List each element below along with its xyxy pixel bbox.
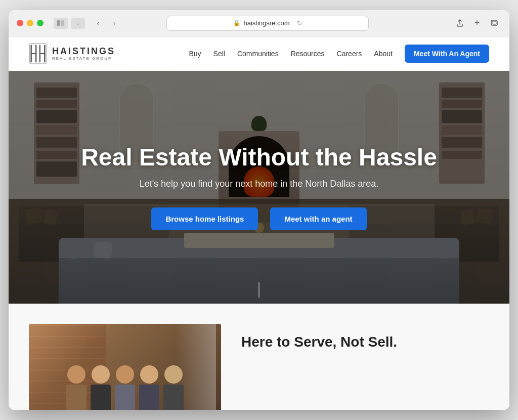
person-2-body [91, 385, 111, 410]
hero-subtitle: Let's help you find your next home in th… [140, 179, 379, 189]
minimize-button[interactable] [27, 20, 33, 26]
toolbar-actions: + [453, 16, 501, 30]
person-3-head [116, 365, 134, 384]
nav-links: Buy Sell Communities Resources Careers A… [189, 45, 489, 63]
nav-careers[interactable]: Careers [337, 50, 362, 58]
back-button[interactable]: ‹ [91, 16, 105, 30]
browser-window: ⌄ ‹ › 🔒 haistingsre.com ↻ + [9, 10, 509, 410]
person-1 [66, 365, 87, 410]
nav-cta-button[interactable]: Meet With An Agent [405, 45, 489, 63]
close-button[interactable] [17, 20, 23, 26]
person-2 [91, 365, 111, 410]
svg-rect-2 [61, 22, 64, 24]
nav-buy[interactable]: Buy [189, 50, 201, 58]
sidebar-icon[interactable] [54, 18, 68, 29]
svg-rect-3 [61, 24, 64, 26]
lock-icon: 🔒 [233, 20, 240, 26]
share-button[interactable] [453, 16, 467, 30]
sidebar-toggle-area: ⌄ [54, 18, 85, 29]
hero-buttons: Browse home listings Meet with an agent [151, 207, 366, 230]
below-hero-section: Here to Serve, Not Sell. [9, 304, 509, 410]
person-2-head [92, 365, 110, 384]
new-tab-button[interactable]: + [470, 16, 484, 30]
nav-about[interactable]: About [374, 50, 393, 58]
svg-rect-1 [61, 20, 64, 22]
hero-section: Real Estate Without the Hassle Let's hel… [9, 71, 509, 304]
logo-text: HAISTINGS REAL ESTATE GROUP [52, 47, 115, 61]
person-1-head [67, 365, 85, 384]
team-photo [29, 324, 221, 410]
person-3 [115, 365, 135, 410]
site-nav: HAISTINGS REAL ESTATE GROUP Buy Sell Com… [9, 36, 509, 71]
person-3-body [115, 385, 135, 410]
scroll-indicator [258, 282, 260, 298]
brand-sub: REAL ESTATE GROUP [52, 56, 115, 61]
reload-icon[interactable]: ↻ [297, 20, 302, 27]
person-4-head [140, 365, 158, 384]
person-5 [163, 365, 184, 410]
nav-back-forward: ‹ › [91, 16, 121, 30]
serve-text-area: Here to Serve, Not Sell. [241, 324, 489, 360]
person-1-body [66, 385, 87, 410]
logo-icon [29, 43, 47, 64]
hero-title: Real Estate Without the Hassle [81, 144, 437, 171]
forward-button[interactable]: › [107, 16, 121, 30]
logo[interactable]: HAISTINGS REAL ESTATE GROUP [29, 43, 115, 64]
svg-rect-5 [492, 21, 496, 24]
tabs-button[interactable] [487, 16, 501, 30]
address-bar[interactable]: 🔒 haistingsre.com ↻ [166, 16, 369, 31]
person-4-body [139, 385, 159, 410]
site-content: HAISTINGS REAL ESTATE GROUP Buy Sell Com… [9, 36, 509, 410]
brand-name: HAISTINGS [52, 47, 115, 57]
nav-communities[interactable]: Communities [237, 50, 279, 58]
traffic-lights [17, 20, 44, 26]
team-members [29, 365, 221, 410]
nav-resources[interactable]: Resources [291, 50, 325, 58]
browse-listings-button[interactable]: Browse home listings [151, 207, 258, 230]
url-text: haistingsre.com [243, 19, 289, 27]
hero-content: Real Estate Without the Hassle Let's hel… [9, 71, 509, 304]
maximize-button[interactable] [37, 20, 44, 26]
svg-rect-0 [57, 20, 60, 26]
chevron-down-icon[interactable]: ⌄ [71, 18, 85, 29]
titlebar: ⌄ ‹ › 🔒 haistingsre.com ↻ + [9, 10, 509, 36]
person-4 [139, 365, 159, 410]
nav-sell[interactable]: Sell [213, 50, 225, 58]
meet-agent-hero-button[interactable]: Meet with an agent [270, 207, 366, 230]
person-5-body [163, 385, 184, 410]
serve-tagline: Here to Serve, Not Sell. [241, 334, 489, 350]
person-5-head [164, 365, 183, 384]
